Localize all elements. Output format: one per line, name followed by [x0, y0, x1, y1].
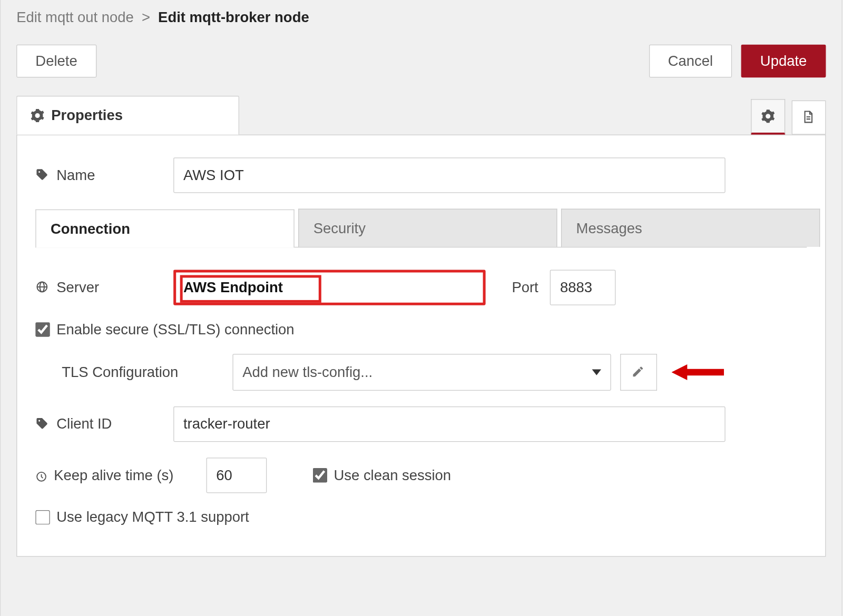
breadcrumb-current: Edit mqtt-broker node — [158, 9, 309, 25]
clock-icon — [35, 470, 47, 481]
gear-icon — [30, 108, 44, 123]
keepalive-input[interactable] — [207, 458, 267, 493]
arrow-annotation — [671, 361, 724, 384]
svg-marker-2 — [671, 364, 724, 380]
enable-ssl-checkbox[interactable] — [35, 322, 50, 336]
cancel-button[interactable]: Cancel — [649, 45, 732, 77]
row-server: Server Port — [35, 270, 807, 305]
form-body: Name Connection Security Messages Server — [16, 135, 826, 557]
port-label: Port — [512, 279, 538, 296]
tls-config-label: TLS Configuration — [62, 364, 232, 381]
connection-tabs: Connection Security Messages — [35, 209, 807, 248]
client-id-input[interactable] — [173, 406, 725, 442]
tab-properties[interactable]: Properties — [16, 96, 239, 135]
enable-ssl-checkbox-label[interactable]: Enable secure (SSL/TLS) connection — [35, 321, 294, 338]
tls-config-edit-button[interactable] — [620, 354, 657, 391]
tab-connection[interactable]: Connection — [35, 210, 294, 247]
description-toggle-button[interactable] — [792, 101, 826, 135]
name-input[interactable] — [173, 157, 725, 193]
globe-icon — [35, 280, 50, 294]
row-client-id: Client ID — [35, 406, 807, 442]
tab-properties-label: Properties — [51, 107, 123, 124]
tag-icon — [35, 417, 50, 431]
row-tls-config: TLS Configuration Add new tls-config... — [35, 354, 807, 391]
breadcrumb-sep: > — [142, 9, 150, 25]
clean-session-checkbox[interactable] — [313, 468, 327, 482]
server-input[interactable] — [173, 270, 485, 305]
dialog-tabstrip: Properties — [1, 96, 841, 135]
document-icon — [801, 110, 816, 124]
dialog-button-bar: Delete Cancel Update — [1, 33, 841, 96]
legacy-mqtt-checkbox[interactable] — [35, 510, 50, 524]
breadcrumb: Edit mqtt out node > Edit mqtt-broker no… — [1, 0, 841, 33]
server-label: Server — [35, 279, 173, 296]
row-legacy: Use legacy MQTT 3.1 support — [35, 509, 807, 525]
row-enable-ssl: Enable secure (SSL/TLS) connection — [35, 321, 807, 338]
name-label: Name — [35, 167, 173, 184]
port-input[interactable] — [550, 270, 616, 305]
client-id-label: Client ID — [35, 415, 173, 432]
pencil-icon — [631, 365, 645, 379]
chevron-down-icon — [592, 369, 601, 375]
tab-messages[interactable]: Messages — [561, 209, 820, 247]
keepalive-label: Keep alive time (s) — [35, 467, 206, 484]
legacy-mqtt-checkbox-label[interactable]: Use legacy MQTT 3.1 support — [35, 509, 249, 525]
breadcrumb-prev[interactable]: Edit mqtt out node — [16, 9, 134, 25]
mqtt-broker-edit-dialog: Edit mqtt out node > Edit mqtt-broker no… — [0, 0, 842, 616]
update-button[interactable]: Update — [741, 45, 826, 77]
row-keepalive: Keep alive time (s) Use clean session — [35, 458, 807, 493]
row-name: Name — [35, 157, 807, 193]
tab-security[interactable]: Security — [298, 209, 557, 247]
settings-toggle-button[interactable] — [751, 99, 785, 134]
delete-button[interactable]: Delete — [16, 45, 96, 77]
clean-session-checkbox-label[interactable]: Use clean session — [313, 467, 452, 484]
gear-icon — [761, 109, 775, 123]
tls-config-select[interactable]: Add new tls-config... — [232, 354, 611, 391]
tag-icon — [35, 168, 50, 182]
